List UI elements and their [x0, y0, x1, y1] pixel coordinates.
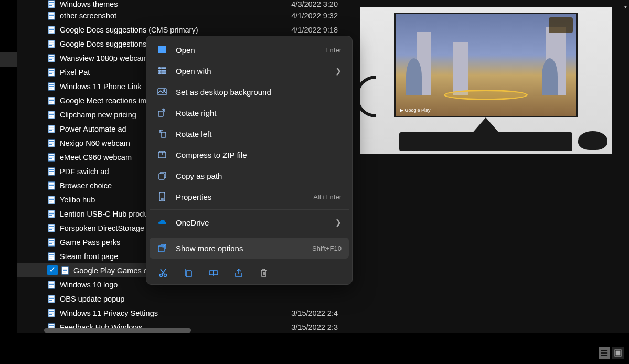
delete-button[interactable] [259, 267, 269, 278]
svg-rect-47 [49, 158, 52, 159]
file-name: Google Meet reactions im [60, 97, 146, 105]
svg-rect-106 [161, 132, 166, 137]
svg-rect-5 [49, 14, 54, 14]
svg-rect-78 [63, 270, 67, 271]
svg-rect-108 [159, 174, 164, 179]
document-icon [47, 40, 56, 48]
rename-button[interactable] [208, 267, 219, 278]
openwith-icon [157, 66, 167, 76]
svg-rect-33 [49, 113, 54, 113]
document-icon [47, 281, 56, 289]
file-row[interactable]: other screenshot4/1/2022 9:32 [17, 8, 342, 23]
menu-label: Open with [176, 67, 335, 76]
svg-rect-27 [49, 88, 52, 88]
svg-rect-41 [49, 141, 54, 142]
menu-label: Set as desktop background [176, 88, 342, 97]
file-row[interactable]: OBS update popup [17, 292, 342, 306]
svg-rect-90 [49, 313, 54, 313]
menu-hint: Alt+Enter [313, 193, 342, 201]
svg-rect-54 [49, 185, 54, 186]
rotateright-icon [157, 108, 167, 118]
svg-rect-63 [49, 215, 52, 216]
document-icon [47, 68, 56, 77]
svg-rect-73 [49, 254, 54, 255]
file-date: 4/1/2022 9:32 [291, 12, 342, 20]
menu-label: Show more options [176, 244, 312, 253]
svg-point-98 [159, 70, 161, 72]
svg-rect-110 [161, 199, 163, 199]
menu-item-openwith[interactable]: Open with❯ [150, 60, 349, 81]
onedrive-icon [157, 217, 167, 228]
file-name: OBS update popup [60, 295, 124, 303]
document-icon [47, 196, 56, 204]
menu-label: Properties [176, 192, 313, 201]
open-icon [157, 45, 167, 55]
menu-label: Compress to ZIP file [176, 151, 342, 159]
svg-rect-23 [49, 73, 52, 74]
menu-item-rotateleft[interactable]: Rotate left [150, 123, 349, 144]
menu-item-zip[interactable]: Compress to ZIP file [150, 144, 349, 165]
svg-rect-11 [49, 31, 52, 31]
preview-panel: ▶ Google Play [342, 0, 629, 333]
menu-item-wallpaper[interactable]: Set as desktop background [150, 81, 349, 102]
svg-point-112 [160, 274, 163, 277]
share-button[interactable] [233, 267, 244, 278]
svg-rect-62 [49, 213, 54, 214]
svg-rect-57 [49, 198, 54, 198]
svg-rect-18 [49, 58, 54, 58]
file-name: PDF switch ad [60, 167, 109, 176]
svg-rect-51 [49, 173, 52, 173]
menu-item-onedrive[interactable]: OneDrive❯ [150, 212, 349, 233]
file-name: Pixel Pat [60, 68, 90, 77]
svg-rect-115 [209, 271, 214, 275]
svg-rect-2 [49, 4, 54, 4]
document-icon [47, 0, 56, 8]
wallpaper-icon [157, 87, 167, 97]
document-icon [47, 252, 56, 261]
menu-item-properties[interactable]: PropertiesAlt+Enter [150, 186, 349, 207]
copy-button[interactable] [183, 267, 194, 278]
svg-rect-118 [601, 352, 607, 354]
file-name: Wansview 1080p webcam [60, 54, 148, 62]
document-icon [47, 210, 56, 218]
svg-rect-19 [49, 59, 52, 60]
file-date: 3/15/2022 2:4 [291, 309, 342, 317]
file-row[interactable]: Windows themes4/3/2022 3:20 [17, 0, 342, 8]
svg-rect-69 [49, 240, 54, 241]
menu-item-open[interactable]: OpenEnter [150, 39, 349, 60]
file-date: 4/3/2022 3:20 [291, 0, 342, 8]
preview-image: ▶ Google Play [360, 7, 612, 154]
cut-button[interactable] [158, 267, 168, 278]
menu-item-rotateright[interactable]: Rotate right [150, 102, 349, 123]
file-name: Windows 11 Privacy Settings [60, 309, 158, 317]
svg-rect-96 [158, 46, 166, 53]
left-sidebar-fragment [0, 52, 17, 67]
svg-rect-116 [214, 271, 218, 275]
document-icon [47, 82, 56, 91]
menu-item-show-more[interactable]: Show more optionsShift+F10 [150, 238, 349, 259]
file-name: Windows themes [60, 0, 118, 8]
svg-rect-42 [49, 143, 54, 143]
menu-separator [150, 235, 349, 235]
list-view-toggle[interactable] [599, 347, 610, 359]
svg-rect-50 [49, 171, 54, 172]
svg-rect-6 [49, 15, 54, 16]
menu-item-copypath[interactable]: Copy as path [150, 165, 349, 186]
svg-rect-87 [49, 300, 52, 301]
document-icon [47, 167, 56, 176]
statue-graphic [406, 58, 422, 95]
file-row[interactable]: Google Docs suggestions (CMS primary)4/1… [17, 23, 342, 37]
svg-rect-49 [49, 169, 54, 170]
file-row[interactable]: Windows 11 Privacy Settings3/15/2022 2:4 [17, 306, 342, 320]
svg-rect-119 [601, 355, 607, 356]
svg-rect-34 [49, 114, 54, 115]
svg-rect-121 [616, 351, 621, 356]
horizontal-scrollbar[interactable] [44, 328, 191, 333]
svg-rect-74 [49, 256, 54, 256]
document-icon [47, 125, 56, 133]
grid-view-toggle[interactable] [612, 347, 624, 359]
file-name: Google Docs suggestions [60, 40, 146, 48]
svg-rect-35 [49, 116, 52, 116]
svg-rect-46 [49, 157, 54, 157]
ring-graphic [444, 90, 528, 100]
